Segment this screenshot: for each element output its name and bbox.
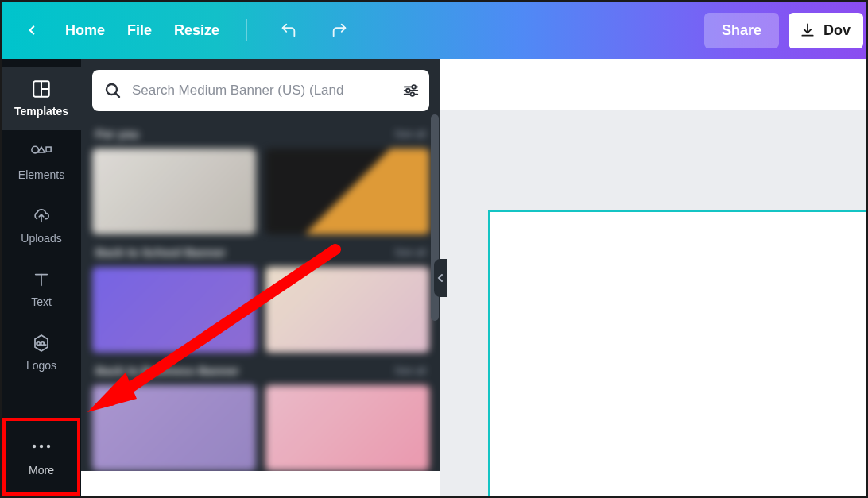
top-bar: Home File Resize Share Dov [2, 2, 866, 59]
svg-point-12 [40, 445, 43, 448]
rail-text-label: Text [31, 295, 52, 308]
thumb-row [92, 385, 429, 471]
svg-point-21 [411, 92, 415, 96]
resize-menu[interactable]: Resize [174, 22, 219, 39]
topbar-left: Home File Resize [21, 16, 354, 44]
thumb-row [92, 267, 429, 353]
section-title: For you [95, 127, 139, 141]
undo-icon[interactable] [274, 16, 303, 44]
svg-text:CO.: CO. [37, 341, 47, 346]
rail-more-label: More [29, 464, 54, 477]
design-canvas[interactable] [488, 210, 866, 496]
rail-logos-label: Logos [26, 359, 56, 372]
rail-uploads-label: Uploads [21, 232, 61, 245]
topbar-right: Share Dov [704, 13, 863, 48]
redo-icon[interactable] [325, 16, 354, 44]
elements-icon [31, 143, 52, 162]
download-button[interactable]: Dov [789, 13, 863, 48]
side-rail: Templates Elements Uploads Text CO. Logo… [2, 59, 81, 496]
template-thumb[interactable] [265, 149, 429, 234]
section-head: Back to Business Banner See all [95, 364, 426, 377]
search-input[interactable] [132, 83, 393, 98]
rail-uploads[interactable]: Uploads [2, 194, 81, 257]
template-thumb[interactable] [92, 385, 256, 471]
svg-line-15 [115, 93, 119, 97]
uploads-icon [31, 207, 52, 226]
logos-icon: CO. [32, 334, 51, 353]
templates-panel: For you See all Back to School Banner Se… [81, 59, 440, 471]
templates-icon [31, 79, 52, 98]
template-thumb[interactable] [92, 267, 256, 353]
section-head: Back to School Banner See all [95, 245, 426, 259]
svg-point-11 [33, 445, 36, 448]
template-thumb[interactable] [92, 149, 256, 234]
back-icon[interactable] [21, 19, 43, 41]
template-thumb[interactable] [265, 267, 429, 353]
svg-point-17 [412, 85, 416, 89]
rail-elements[interactable]: Elements [2, 130, 81, 194]
rail-text[interactable]: Text [2, 257, 81, 321]
main-area: Templates Elements Uploads Text CO. Logo… [2, 59, 866, 496]
home-button[interactable]: Home [65, 22, 105, 39]
section-see-all[interactable]: See all [394, 128, 426, 140]
rail-more[interactable]: More [2, 418, 80, 496]
chevron-left-icon [437, 273, 444, 283]
filter-icon[interactable] [402, 82, 420, 99]
rail-templates-label: Templates [14, 105, 68, 118]
svg-rect-5 [46, 147, 51, 152]
section-see-all[interactable]: See all [394, 246, 426, 258]
svg-point-19 [406, 89, 410, 93]
section-head: For you See all [95, 127, 426, 141]
canvas-area [440, 59, 866, 496]
section-see-all[interactable]: See all [394, 365, 426, 376]
template-thumb[interactable] [265, 385, 429, 471]
thumb-row [92, 149, 429, 234]
rail-templates[interactable]: Templates [2, 67, 81, 130]
more-icon [31, 437, 52, 456]
svg-point-13 [47, 445, 50, 448]
divider [246, 19, 247, 41]
rail-elements-label: Elements [18, 168, 64, 181]
download-icon [800, 22, 816, 38]
search-icon [103, 81, 122, 100]
search-bar[interactable] [92, 70, 429, 111]
file-menu[interactable]: File [127, 22, 152, 39]
text-icon [32, 270, 51, 289]
section-title: Back to School Banner [95, 245, 226, 259]
rail-logos[interactable]: CO. Logos [2, 321, 81, 384]
download-label: Dov [823, 22, 851, 39]
panel-wrapper: For you See all Back to School Banner Se… [81, 59, 440, 496]
collapse-panel-handle[interactable] [434, 259, 447, 297]
section-title: Back to Business Banner [95, 364, 239, 377]
panel-content: For you See all Back to School Banner Se… [92, 127, 429, 471]
toolbar-strip [440, 59, 866, 110]
more-highlight-wrapper: More [2, 417, 81, 496]
share-button[interactable]: Share [704, 13, 779, 48]
